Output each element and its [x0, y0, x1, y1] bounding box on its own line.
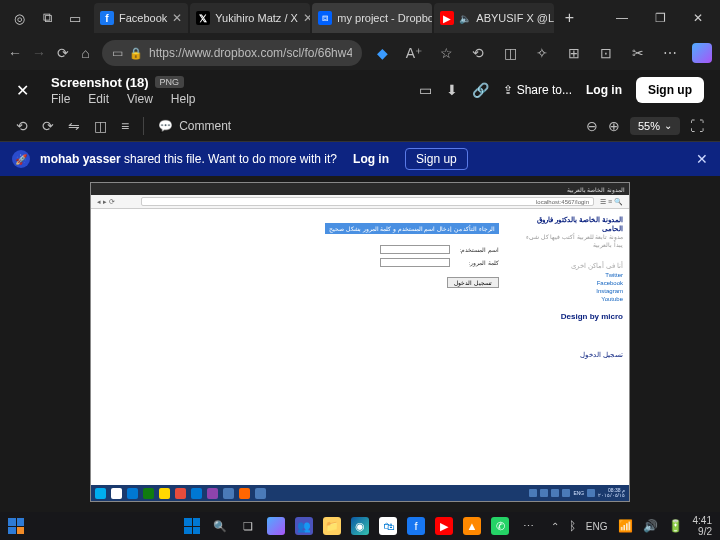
- banner-close-icon[interactable]: ✕: [696, 151, 708, 167]
- tab-label: ABYUSIF X @Li: [476, 12, 554, 24]
- tab-x[interactable]: 𝕏 Yukihiro Matz / X ✕: [190, 3, 310, 33]
- share-icon: ⇪: [503, 83, 513, 97]
- youtube-app-icon[interactable]: ▶: [435, 517, 453, 535]
- explorer-icon[interactable]: 📁: [323, 517, 341, 535]
- screenshot-image: المدونة الخاصة بالعربية ◂ ▸ ⟳ localhost:…: [90, 182, 630, 502]
- signup-button[interactable]: Sign up: [636, 77, 704, 103]
- volume-icon[interactable]: 🔊: [643, 519, 658, 533]
- copilot-app-icon[interactable]: [267, 517, 285, 535]
- bluetooth-icon[interactable]: ᛒ: [569, 519, 576, 533]
- teams-icon[interactable]: 👥: [295, 517, 313, 535]
- new-tab-button[interactable]: +: [556, 5, 582, 31]
- refresh-button[interactable]: ⟳: [56, 43, 69, 63]
- workspaces-icon[interactable]: ⧉: [38, 9, 56, 27]
- vlc-icon[interactable]: ▲: [463, 517, 481, 535]
- ss-link-twitter: Twitter: [525, 272, 623, 278]
- edge-icon[interactable]: ◉: [351, 517, 369, 535]
- lock-icon: 🔒: [129, 47, 143, 60]
- login-button[interactable]: Log in: [586, 83, 622, 97]
- tracking-icon[interactable]: ◆: [372, 43, 392, 63]
- ss-link-facebook: Facebook: [525, 280, 623, 286]
- banner-signup-button[interactable]: Sign up: [405, 148, 468, 170]
- maximize-button[interactable]: ❐: [642, 3, 678, 33]
- rotate-right-icon[interactable]: ⟳: [42, 118, 54, 134]
- file-title: Screenshot (18): [51, 75, 149, 90]
- whatsapp-icon[interactable]: ✆: [491, 517, 509, 535]
- flip-icon[interactable]: ⇋: [68, 118, 80, 134]
- image-viewer[interactable]: المدونة الخاصة بالعربية ◂ ▸ ⟳ localhost:…: [0, 176, 720, 512]
- copilot-icon[interactable]: [692, 43, 712, 63]
- minimize-button[interactable]: —: [604, 3, 640, 33]
- search-button[interactable]: 🔍: [211, 517, 229, 535]
- link-icon[interactable]: 🔗: [472, 82, 489, 98]
- read-aloud-icon[interactable]: A⁺: [404, 43, 424, 63]
- ss-username-input: [380, 245, 450, 254]
- more-icon[interactable]: ⋯: [660, 43, 680, 63]
- banner-login-button[interactable]: Log in: [353, 152, 389, 166]
- sound-icon[interactable]: 🔈: [459, 9, 471, 27]
- tabactions-icon[interactable]: ▭: [66, 9, 84, 27]
- collections-icon[interactable]: ⊞: [564, 43, 584, 63]
- clock[interactable]: 4:41 9/2: [693, 515, 712, 537]
- dropbox-icon: ⧈: [318, 11, 332, 25]
- facebook-app-icon[interactable]: f: [407, 517, 425, 535]
- ss-alert: الرجاء التأكد من إدخال اسم المستخدم و كل…: [325, 223, 499, 234]
- close-button[interactable]: ✕: [680, 3, 716, 33]
- ss-section: أنا فى أماكن اخرى: [525, 262, 623, 270]
- more-apps-icon[interactable]: ⋯: [519, 517, 537, 535]
- widgets-icon[interactable]: [8, 518, 24, 534]
- menu-file[interactable]: File: [51, 92, 70, 106]
- ss-sidebar: المدونة الخاصة بالدكتور فاروق الحامى مدو…: [519, 209, 629, 501]
- zoom-in-icon[interactable]: ⊕: [608, 118, 620, 134]
- youtube-icon: ▶: [440, 11, 454, 25]
- close-icon[interactable]: ✕: [172, 11, 182, 25]
- language-indicator[interactable]: ENG: [586, 521, 608, 532]
- taskview-button[interactable]: ❏: [239, 517, 257, 535]
- tab-label: Facebook: [119, 12, 167, 24]
- comment-button[interactable]: 💬 Comment: [158, 119, 231, 133]
- fullscreen-icon[interactable]: ⛶: [690, 118, 704, 134]
- tab-youtube[interactable]: ▶ 🔈 ABYUSIF X @Li ✕: [434, 3, 554, 33]
- tray-chevron-icon[interactable]: ⌃: [551, 521, 559, 532]
- chat-icon[interactable]: ▭: [419, 82, 432, 98]
- close-icon[interactable]: ✕: [303, 11, 310, 25]
- wifi-icon[interactable]: 📶: [618, 519, 633, 533]
- ss-tray-lang: ENG: [573, 491, 584, 496]
- store-icon[interactable]: 🛍: [379, 517, 397, 535]
- menu-view[interactable]: View: [127, 92, 153, 106]
- facebook-icon: f: [100, 11, 114, 25]
- favorite-icon[interactable]: ☆: [436, 43, 456, 63]
- download-icon[interactable]: ⬇: [446, 82, 458, 98]
- tab-dropbox[interactable]: ⧈ my project - Dropbo ✕: [312, 3, 432, 33]
- chevron-down-icon: ⌄: [664, 120, 672, 131]
- start-button[interactable]: [183, 517, 201, 535]
- home-button[interactable]: ⌂: [79, 43, 92, 63]
- ss-addr-icon: ☰ ≡ 🔍: [600, 198, 623, 206]
- ss-main: الرجاء التأكد من إدخال اسم المستخدم و كل…: [91, 209, 519, 501]
- rotate-left-icon[interactable]: ⟲: [16, 118, 28, 134]
- adjust-icon[interactable]: ≡: [121, 118, 129, 134]
- menu-help[interactable]: Help: [171, 92, 196, 106]
- zoom-out-icon[interactable]: ⊖: [586, 118, 598, 134]
- extensions-icon[interactable]: ⊡: [596, 43, 616, 63]
- share-button[interactable]: ⇪ Share to...: [503, 83, 572, 97]
- extension2-icon[interactable]: ✂: [628, 43, 648, 63]
- site-info-icon[interactable]: ▭: [112, 46, 123, 60]
- tab-label: my project - Dropbo: [337, 12, 432, 24]
- ss-url: localhost:4567/login: [141, 197, 594, 206]
- sync-icon[interactable]: ⟲: [468, 43, 488, 63]
- menu-edit[interactable]: Edit: [88, 92, 109, 106]
- address-bar[interactable]: ▭ 🔒 https://www.dropbox.com/scl/fo/66hw4…: [102, 40, 362, 66]
- crop-icon[interactable]: ◫: [94, 118, 107, 134]
- battery-icon[interactable]: 🔋: [668, 519, 683, 533]
- tab-facebook[interactable]: f Facebook ✕: [94, 3, 188, 33]
- ss-username-label: اسم المستخدم:: [454, 246, 499, 253]
- dropbox-close-button[interactable]: ✕: [16, 81, 29, 100]
- split-icon[interactable]: ◫: [500, 43, 520, 63]
- ss-window-title: المدونة الخاصة بالعربية: [567, 186, 625, 193]
- back-button[interactable]: ←: [8, 43, 22, 63]
- zoom-select[interactable]: 55% ⌄: [630, 117, 680, 135]
- profile-icon[interactable]: ◎: [10, 9, 28, 27]
- separator: [143, 117, 144, 135]
- favorites-bar-icon[interactable]: ✧: [532, 43, 552, 63]
